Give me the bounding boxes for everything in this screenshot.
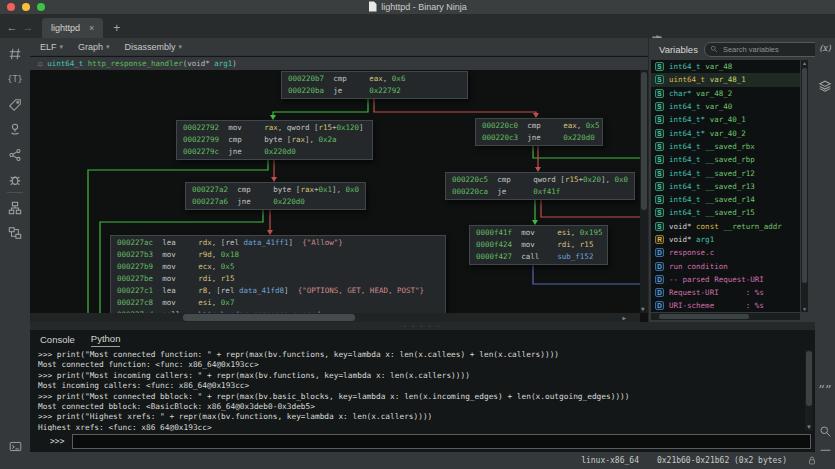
console-input[interactable] — [72, 434, 811, 449]
function-signature-bar[interactable]: ○ uint64_t http_response_handler(void* a… — [30, 57, 648, 70]
variable-text: int64_t __saved_r12 — [669, 169, 755, 178]
variables-list: Sint64_t var_48Suint64_t var_48_1Schar* … — [651, 60, 800, 312]
variable-row[interactable]: Dresponse.c — [651, 246, 800, 259]
menu-graph[interactable]: Graph▾ — [78, 42, 110, 52]
new-tab-button[interactable]: + — [113, 21, 120, 35]
variable-row[interactable]: Sint64_t __saved_r14 — [651, 193, 800, 206]
function-bullet-icon: ○ — [38, 60, 42, 68]
console-input-line: >>> print("Most connected bblock: " + re… — [38, 392, 803, 402]
menu-label: ELF — [40, 42, 57, 52]
variable-text: uint64_t var_48_1 — [669, 75, 746, 84]
tab-lighttpd[interactable]: lighttpd × — [42, 18, 103, 38]
variable-row[interactable]: DRequest-URI : %s — [651, 286, 800, 299]
find-icon[interactable] — [817, 423, 833, 439]
scroll-down-arrow-icon[interactable]: ▼ — [801, 306, 808, 312]
memory-map-icon[interactable] — [7, 121, 23, 137]
variable-row[interactable]: Sint64_t var_40 — [651, 100, 800, 113]
debugger-icon[interactable] — [7, 172, 23, 188]
variable-row[interactable]: Sint64_t __saved_r13 — [651, 180, 800, 193]
instruction-line: 000227c8 mov esi, 0x7 — [111, 297, 445, 309]
types-icon[interactable]: {T} — [7, 71, 23, 87]
zoom-window-button[interactable] — [37, 3, 45, 11]
variable-row[interactable]: Sint64_t __saved_rbx — [651, 140, 800, 153]
variables-horizontal-scrollbar[interactable] — [651, 313, 800, 320]
variables-search-box[interactable] — [704, 42, 828, 57]
variable-row[interactable]: Drun condition — [651, 259, 800, 272]
symbols-icon[interactable] — [7, 46, 23, 62]
mini-graph-icon[interactable] — [7, 200, 23, 216]
variable-text: URI-scheme : %s — [669, 301, 764, 310]
variable-kind-badge-d: D — [655, 275, 664, 284]
right-sidebar-strip: (x)”” — [815, 38, 835, 452]
block-f41f[interactable]: 0000f41f mov esi, 0x1950000f424 mov rdi,… — [469, 225, 608, 265]
variable-kind-badge-s: S — [655, 155, 664, 164]
console-scrollbar[interactable]: ▼ — [805, 350, 813, 431]
variable-row[interactable]: Sint64_t __saved_r12 — [651, 166, 800, 179]
close-window-button[interactable] — [7, 3, 15, 11]
scroll-down-arrow-icon[interactable]: ▼ — [641, 305, 645, 312]
block-220c5[interactable]: 000220c5 cmp qword [r15+0x20], 0x0000220… — [445, 172, 635, 200]
graph-vertical-scrollbar[interactable]: ▼ — [640, 70, 648, 313]
variable-row[interactable]: Sint64_t* var_40_2 — [651, 126, 800, 139]
tags-icon[interactable] — [7, 97, 23, 113]
minimize-window-button[interactable] — [22, 3, 30, 11]
instruction-line: 000220c3 jne 0x220d0 — [476, 132, 602, 144]
graph-view[interactable]: 000220b7 cmp eax, 0x6000220ba je 0x22792… — [30, 70, 648, 322]
block-220b7[interactable]: 000220b7 cmp eax, 0x6000220ba je 0x22792 — [281, 71, 468, 99]
block-22792[interactable]: 00022792 mov rax, qword [r15+0x120]00022… — [176, 120, 373, 160]
search-input[interactable] — [721, 44, 822, 55]
scroll-down-arrow-icon[interactable]: ▼ — [806, 424, 812, 430]
scrollbar-thumb[interactable] — [659, 314, 749, 319]
strings-icon[interactable]: ”” — [817, 383, 833, 399]
variable-row[interactable]: Suint64_t var_48_1 — [651, 73, 800, 86]
cross-references-icon[interactable] — [7, 147, 23, 163]
variable-row[interactable]: Schar* var_48_2 — [651, 87, 800, 100]
scrollbar-thumb[interactable] — [641, 72, 647, 210]
scrollbar-thumb[interactable] — [806, 351, 812, 406]
variable-kind-badge-s: S — [655, 142, 664, 151]
variables-panel: Variables Sint64_t var_48Suint64_t var_4… — [648, 38, 815, 322]
variable-kind-badge-d: D — [655, 288, 664, 297]
menu-elf[interactable]: ELF▾ — [40, 42, 63, 52]
variable-row[interactable]: Sint64_t* var_40_1 — [651, 113, 800, 126]
instruction-line: 000220ba je 0x22792 — [282, 85, 467, 97]
back-arrow-icon[interactable]: ← — [4, 17, 20, 37]
scroll-right-arrow-icon[interactable]: ▶ — [622, 314, 626, 321]
variable-kind-badge-s: S — [655, 208, 664, 217]
scrollbar-thumb[interactable] — [183, 314, 355, 321]
component-tree-icon[interactable] — [7, 225, 23, 241]
variable-text: -- parsed Request-URI — [669, 275, 764, 284]
variables-fx-icon[interactable]: (x) — [817, 40, 833, 56]
variable-row[interactable]: Sint64_t var_48 — [651, 60, 800, 73]
console-tab-console[interactable]: Console — [40, 334, 75, 347]
variable-row[interactable]: Sint64_t __saved_rbp — [651, 153, 800, 166]
variable-kind-badge-s: S — [655, 129, 664, 138]
scroll-up-arrow-icon[interactable]: ▲ — [801, 60, 808, 66]
variables-vertical-scrollbar[interactable]: ▲ ▼ — [801, 60, 808, 312]
variable-row[interactable]: DURI-scheme : %s — [651, 299, 800, 312]
variable-row[interactable]: Svoid* const __return_addr — [651, 220, 800, 233]
scrollbar-thumb[interactable] — [802, 68, 807, 283]
instruction-line: 0000f427 call sub_f152 — [470, 251, 607, 263]
selection-range-label: 0x21b60-0x21b62 (0x2 bytes) — [657, 456, 787, 465]
graph-horizontal-scrollbar[interactable]: ▶ — [30, 313, 640, 322]
variable-kind-badge-r: R — [655, 235, 664, 244]
instruction-line: 0000f41f mov esi, 0x195 — [470, 227, 607, 239]
tab-close-icon[interactable]: × — [89, 23, 94, 33]
block-220c0[interactable]: 000220c0 cmp eax, 0x5000220c3 jne 0x220d… — [475, 118, 603, 146]
pane-splitter[interactable]: · · · · · — [30, 322, 815, 330]
block-227a2[interactable]: 000227a2 cmp byte [rax+0x1], 0x0000227a6… — [185, 182, 366, 210]
stack-view-icon[interactable] — [817, 78, 833, 94]
lock-icon[interactable] — [807, 455, 817, 468]
instruction-line: 0002279c jne 0x220d0 — [177, 146, 372, 158]
menu-disassembly[interactable]: Disassembly▾ — [125, 42, 183, 52]
console-tab-python[interactable]: Python — [91, 333, 121, 347]
block-227ac[interactable]: 000227ac lea rdx, [rel data_41ff1] {"All… — [110, 235, 446, 322]
variable-row[interactable]: Rvoid* arg1 — [651, 233, 800, 246]
forward-arrow-icon[interactable]: → — [20, 17, 36, 37]
variable-row[interactable]: Sint64_t __saved_r15 — [651, 206, 800, 219]
variable-kind-badge-s: S — [655, 102, 664, 111]
chevron-down-icon: ▾ — [179, 43, 183, 51]
variable-row[interactable]: D-- parsed Request-URI — [651, 273, 800, 286]
variable-text: int64_t __saved_r15 — [669, 208, 755, 217]
